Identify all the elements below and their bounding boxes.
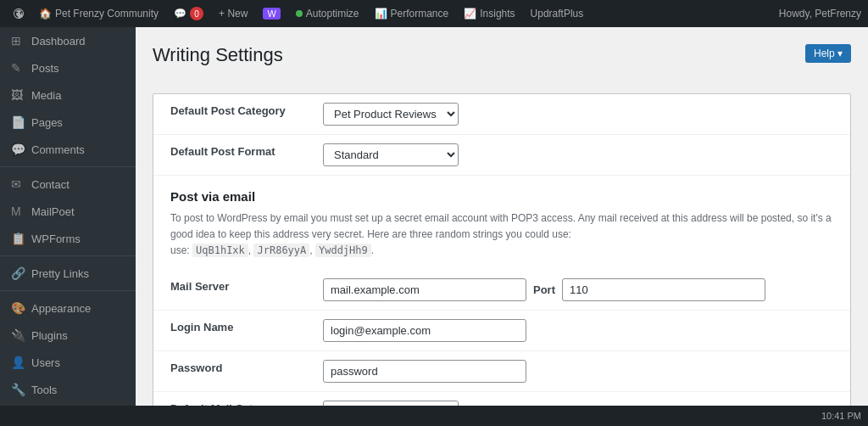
site-name-button[interactable]: 🏠 Pet Frenzy Community xyxy=(32,0,165,27)
sidebar-item-contact[interactable]: ✉ Contact xyxy=(0,171,136,198)
post-via-email-desc: To post to WordPress by email you must s… xyxy=(153,210,850,270)
plugin-icon: W xyxy=(256,0,287,27)
login-name-label: Login Name xyxy=(170,321,233,334)
password-input[interactable] xyxy=(323,360,526,383)
performance-button[interactable]: 📊 Performance xyxy=(368,0,456,27)
comment-icon: 💬 xyxy=(174,8,186,20)
code2: JrR86yyA xyxy=(253,244,309,257)
updraftplus-button[interactable]: UpdraftPlus xyxy=(524,0,591,27)
sidebar-separator-2 xyxy=(0,255,136,256)
login-name-row: Login Name xyxy=(153,310,850,350)
sidebar-separator-1 xyxy=(0,166,136,167)
autoptimize-dot xyxy=(296,10,303,17)
password-label: Password xyxy=(170,362,222,374)
mail-server-label: Mail Server xyxy=(170,280,229,293)
default-post-format-label: Default Post Format xyxy=(170,145,275,158)
sidebar-item-dashboard[interactable]: ⊞ Dashboard xyxy=(0,27,136,54)
sidebar-item-pages[interactable]: 📄 Pages xyxy=(0,109,136,136)
sidebar-item-appearance[interactable]: 🎨 Appearance xyxy=(0,294,136,322)
sidebar-item-pretty-links[interactable]: 🔗 Pretty Links xyxy=(0,260,136,287)
help-button[interactable]: Help ▾ xyxy=(805,44,851,63)
admin-bar-left: 🏠 Pet Frenzy Community 💬 0 + New W Autop… xyxy=(7,0,776,27)
mail-server-row: Mail Server Port xyxy=(153,270,850,311)
admin-bar: 🏠 Pet Frenzy Community 💬 0 + New W Autop… xyxy=(0,0,868,27)
port-input[interactable] xyxy=(562,278,765,301)
wp-logo-button[interactable] xyxy=(7,0,31,27)
mail-settings-table: Mail Server Port Login Name xyxy=(153,270,850,426)
sidebar-item-media[interactable]: 🖼 Media xyxy=(0,81,136,109)
admin-bar-right: Howdy, PetFrenzy xyxy=(779,8,861,20)
home-icon: 🏠 xyxy=(39,8,52,20)
layout: ⊞ Dashboard ✎ Posts 🖼 Media 📄 Pages 💬 Co… xyxy=(0,27,868,426)
status-bar: 10:41 PM xyxy=(0,406,868,426)
comments-icon: 💬 xyxy=(11,143,25,156)
default-post-format-select[interactable]: Standard xyxy=(323,143,459,166)
autoptimize-button[interactable]: Autoptimize xyxy=(289,0,366,27)
insights-icon: 📈 xyxy=(464,8,476,20)
media-icon: 🖼 xyxy=(11,88,25,102)
appearance-icon: 🎨 xyxy=(11,301,25,315)
port-label: Port xyxy=(533,283,555,296)
sidebar-item-users[interactable]: 👤 Users xyxy=(0,349,136,376)
sidebar-item-plugins[interactable]: 🔌 Plugins xyxy=(0,322,136,349)
plugins-icon: 🔌 xyxy=(11,328,25,342)
insights-button[interactable]: 📈 Insights xyxy=(457,0,521,27)
pages-icon: 📄 xyxy=(11,115,25,129)
code1: UqB1hIxk xyxy=(192,244,248,257)
posts-icon: ✎ xyxy=(11,61,25,75)
new-content-button[interactable]: + New xyxy=(212,0,254,27)
default-post-format-row: Default Post Format Standard xyxy=(153,135,850,176)
howdy-text: Howdy, PetFrenzy xyxy=(779,8,861,20)
page-title: Writing Settings xyxy=(153,44,283,66)
sidebar-item-comments[interactable]: 💬 Comments xyxy=(0,136,136,163)
pretty-links-icon: 🔗 xyxy=(11,266,25,280)
contact-icon: ✉ xyxy=(11,177,25,191)
sidebar-item-posts[interactable]: ✎ Posts xyxy=(0,54,136,81)
comments-button[interactable]: 💬 0 xyxy=(167,0,210,27)
login-name-input[interactable] xyxy=(323,319,526,342)
dashboard-icon: ⊞ xyxy=(11,34,25,48)
password-row: Password xyxy=(153,350,850,391)
default-post-category-row: Default Post Category Pet Product Review… xyxy=(153,94,850,135)
code3: YwddjHh9 xyxy=(315,244,371,257)
sidebar-separator-3 xyxy=(0,290,136,291)
post-via-email-header: Post via email xyxy=(153,176,850,210)
sidebar-item-tools[interactable]: 🔧 Tools xyxy=(0,376,136,403)
default-post-category-label: Default Post Category xyxy=(170,104,286,117)
sidebar: ⊞ Dashboard ✎ Posts 🖼 Media 📄 Pages 💬 Co… xyxy=(0,27,136,426)
tools-icon: 🔧 xyxy=(11,383,25,396)
performance-icon: 📊 xyxy=(375,8,387,20)
time-display: 10:41 PM xyxy=(821,411,861,421)
users-icon: 👤 xyxy=(11,356,25,369)
mailpoet-icon: M xyxy=(11,205,25,218)
mail-row: Port xyxy=(323,278,833,301)
sidebar-item-wpforms[interactable]: 📋 WPForms xyxy=(0,225,136,252)
mail-server-input[interactable] xyxy=(323,278,526,301)
main-content: Writing Settings Help ▾ Default Post Cat… xyxy=(136,27,868,426)
wpforms-icon: 📋 xyxy=(11,232,25,245)
default-post-category-select[interactable]: Pet Product Reviews xyxy=(323,103,459,126)
settings-table: Default Post Category Pet Product Review… xyxy=(153,94,850,176)
sidebar-item-mailpoet[interactable]: M MailPoet xyxy=(0,198,136,225)
